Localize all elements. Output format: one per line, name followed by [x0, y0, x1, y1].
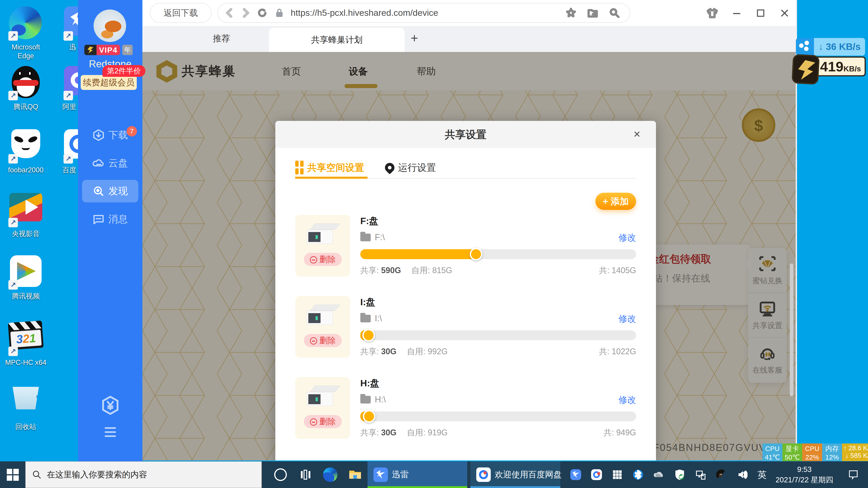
desktop-icon-qq[interactable]: ↗ 腾讯QQ	[3, 66, 49, 111]
refresh-icon[interactable]	[257, 8, 267, 18]
page-scrollbar-thumb[interactable]	[790, 263, 794, 396]
drive-card: 删除	[295, 377, 350, 439]
task-view-button[interactable]	[293, 461, 318, 488]
modify-path-link[interactable]: 修改	[618, 232, 636, 244]
address-bar[interactable]: https://h5-pcxl.hiveshared.com/device	[217, 3, 630, 23]
drive-stats: 共享: 30G 自用: 992G 共: 1022G	[360, 346, 636, 357]
slider-handle[interactable]	[470, 248, 483, 260]
forward-icon[interactable]	[241, 8, 250, 18]
taskbar-explorer-button[interactable]	[343, 461, 368, 488]
sidebar-item-downloads[interactable]: 下载 7	[82, 124, 138, 147]
share-size-slider[interactable]	[360, 330, 636, 340]
promo-bubble: 第2件半价	[102, 65, 145, 77]
drive-3d-icon	[307, 385, 339, 408]
slider-handle[interactable]	[362, 329, 375, 341]
new-tab-button[interactable]: +	[406, 26, 422, 51]
more-menu-button[interactable]	[78, 425, 143, 440]
shortcut-arrow-icon: ↗	[8, 280, 18, 290]
delete-drive-button[interactable]: 删除	[304, 415, 342, 428]
tray-grid-icon[interactable]	[612, 469, 623, 480]
browser-toolbar: 返回下载 https://h5-pcxl.hiveshared.com/devi…	[143, 0, 796, 26]
sidebar-item-messages[interactable]: 消息	[82, 208, 138, 230]
share-size-slider[interactable]	[360, 412, 636, 421]
favorite-star-icon[interactable]	[565, 7, 577, 18]
download-hexagon-icon	[93, 129, 104, 141]
ime-language-indicator[interactable]: 英	[757, 468, 767, 481]
back-to-downloads-button[interactable]: 返回下载	[150, 3, 212, 23]
slider-handle[interactable]	[363, 410, 375, 423]
delete-drive-button[interactable]: 删除	[304, 334, 342, 347]
start-button[interactable]	[0, 461, 25, 488]
netdisk-speed-badge[interactable]: ↓ 36 KB/s	[796, 38, 865, 56]
shortcut-arrow-icon: ↗	[64, 91, 73, 100]
tray-network-icon[interactable]	[695, 469, 706, 480]
back-icon[interactable]	[225, 8, 234, 18]
add-drive-button[interactable]: + 添加	[595, 193, 636, 210]
skin-shirt-icon[interactable]	[706, 7, 718, 19]
vip-badges[interactable]: VIP4 年	[84, 45, 133, 55]
minus-icon	[310, 337, 317, 345]
drive-3d-icon	[307, 223, 339, 246]
tray-onedrive-icon[interactable]	[653, 469, 664, 480]
taskbar-baidu-app[interactable]: 欢迎使用百度网盘	[470, 461, 560, 488]
shortcut-arrow-icon: ↗	[8, 154, 18, 164]
page-content: 共享蜂巢 首页 设备 帮助 $ 现金红包待领取 0蜜钻！保持在线 ！ 蜜钻兑换	[143, 52, 796, 460]
system-monitor-widget[interactable]: CPU41℃ 显卡50℃ CPU22% 内存12% ↑ 28.6 K/S↓ 58…	[763, 444, 868, 461]
tab-share-space-settings[interactable]: 共享空间设置	[295, 157, 364, 178]
shortcut-arrow-icon: ↗	[8, 218, 18, 227]
drive-3d-icon	[307, 304, 339, 327]
wallet-button[interactable]	[78, 396, 143, 416]
task-view-icon	[300, 469, 311, 481]
url-text[interactable]: https://h5-pcxl.hiveshared.com/device	[291, 8, 565, 18]
cortana-button[interactable]	[268, 461, 293, 488]
desktop-icon-edge[interactable]: ↗ Microsoft Edge	[3, 6, 49, 61]
taskbar-edge-button[interactable]	[318, 461, 343, 488]
sidebar-item-cloud-drive[interactable]: 云盘	[82, 152, 138, 174]
maximize-icon[interactable]	[755, 8, 766, 19]
minimize-icon[interactable]	[731, 8, 742, 19]
drive-card: 删除	[295, 215, 350, 276]
delete-drive-button[interactable]: 删除	[304, 253, 342, 266]
bookmarks-folder-icon[interactable]	[587, 7, 598, 18]
drive-stats: 共享: 30G 自用: 919G 共: 949G	[360, 427, 636, 438]
pin-icon	[383, 161, 396, 174]
desktop-icon-tencent-video[interactable]: ↗ 腾讯视频	[3, 255, 49, 301]
modify-path-link[interactable]: 修改	[618, 313, 636, 325]
share-size-slider[interactable]	[360, 249, 636, 259]
taskbar-clock[interactable]: 9:53 2021/7/22 星期四	[776, 464, 833, 485]
thunder-speed-logo-icon	[792, 54, 820, 85]
modal-close-icon[interactable]: ×	[628, 121, 646, 147]
thunder-sidebar: VIP4 年 Redstone 第2件半价 续费超级会员 下载 7 云盘 发现 …	[78, 0, 143, 461]
tray-volume-icon[interactable]	[737, 469, 747, 480]
desktop-icon-mpc[interactable]: 321↗ MPC-HC x64	[3, 318, 49, 367]
avatar[interactable]	[94, 9, 126, 42]
desktop-icon-cctv[interactable]: ↗ 央视影音	[3, 190, 49, 238]
tab-run-settings[interactable]: 运行设置	[385, 157, 436, 178]
tray-baidu-netdisk-icon[interactable]	[591, 469, 602, 480]
lock-icon	[275, 8, 284, 18]
tab-hive-plan[interactable]: 共享蜂巢计划	[269, 28, 405, 52]
desktop-icon-label: 腾讯视频	[3, 292, 49, 301]
netdisk-speed-text: ↓ 36 KB/s	[814, 38, 865, 56]
baidu-netdisk-tray-icon	[796, 38, 814, 56]
close-window-icon[interactable]	[779, 8, 790, 19]
taskbar-search-box[interactable]: 在这里输入你要搜索的内容	[25, 461, 262, 488]
tray-thunder-icon[interactable]	[570, 469, 581, 480]
renew-vip-button[interactable]: 续费超级会员	[81, 75, 137, 90]
sidebar-item-discover[interactable]: 发现	[82, 180, 138, 202]
baidu-netdisk-icon	[476, 467, 491, 482]
desktop-icon-recycle-bin[interactable]: ♻ 回收站	[3, 381, 49, 431]
tray-audio-device-icon[interactable]	[716, 469, 727, 480]
desktop-icon-foobar2000[interactable]: ↗ foobar2000	[3, 129, 49, 175]
tray-security-shield-icon[interactable]	[674, 469, 685, 480]
taskbar: 在这里输入你要搜索的内容 迅雷 欢迎使用百度网盘	[0, 461, 868, 488]
tray-bluetooth-icon[interactable]	[633, 469, 644, 480]
notification-center-button[interactable]	[841, 461, 866, 488]
taskbar-thunder-app[interactable]: 迅雷	[368, 461, 467, 488]
modify-path-link[interactable]: 修改	[618, 394, 636, 406]
minus-icon	[310, 418, 317, 426]
cctv-video-icon	[9, 193, 42, 221]
search-icon[interactable]	[609, 7, 620, 18]
screen: ↗ Microsoft Edge ↗ 腾讯QQ ↗ foobar2000 ↗ 央…	[0, 0, 868, 488]
tab-recommend[interactable]: 推荐	[174, 26, 269, 51]
